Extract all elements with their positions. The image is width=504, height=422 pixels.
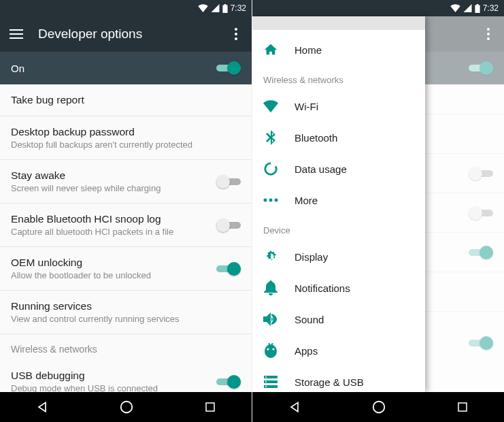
wifi-icon — [198, 4, 208, 12]
master-switch-bg — [469, 61, 493, 75]
battery-icon — [222, 4, 228, 13]
drawer-item-bluetooth[interactable]: Bluetooth — [252, 122, 425, 153]
svg-point-8 — [265, 344, 277, 358]
usb-debugging-switch[interactable] — [216, 375, 241, 389]
svg-rect-1 — [206, 403, 214, 411]
item-running-services[interactable]: Running services View and control curren… — [0, 291, 252, 334]
item-bt-hci-log[interactable]: Enable Bluetooth HCI snoop log Capture a… — [0, 204, 252, 247]
storage-icon — [263, 374, 278, 389]
nav-bar — [252, 392, 504, 422]
oem-unlock-switch[interactable] — [216, 262, 241, 276]
recents-icon[interactable] — [456, 401, 469, 413]
item-usb-debugging[interactable]: USB debugging Debug mode when USB is con… — [0, 360, 252, 392]
master-switch-row[interactable]: On — [0, 52, 252, 84]
menu-icon[interactable] — [10, 29, 23, 39]
svg-point-5 — [264, 199, 267, 202]
svg-point-18 — [265, 386, 267, 387]
data-usage-icon — [263, 161, 278, 176]
svg-point-17 — [265, 381, 267, 383]
svg-point-10 — [272, 348, 274, 350]
bell-icon — [263, 280, 278, 295]
sound-icon — [263, 312, 278, 327]
section-wireless: Wireless & networks — [0, 334, 252, 360]
overflow-icon[interactable] — [230, 28, 242, 40]
battery-icon — [475, 4, 480, 13]
nav-bar — [0, 392, 252, 422]
drawer-item-data-usage[interactable]: Data usage — [252, 153, 425, 184]
item-backup-password[interactable]: Desktop backup password Desktop full bac… — [0, 116, 252, 160]
drawer-item-storage[interactable]: Storage & USB — [252, 366, 425, 392]
wifi-icon — [450, 4, 460, 12]
home-icon[interactable] — [119, 400, 134, 415]
stay-awake-switch[interactable] — [216, 175, 241, 189]
recents-icon[interactable] — [204, 401, 216, 413]
drawer-menu: Home Wireless & networks Wi-Fi Bluetooth — [252, 30, 425, 392]
svg-point-7 — [275, 199, 278, 202]
drawer-item-more[interactable]: More — [252, 184, 425, 216]
phone-developer-options: 7:32 Developer options On Take bug repor… — [0, 0, 252, 422]
drawer-item-wifi[interactable]: Wi-Fi — [252, 91, 425, 122]
clock: 7:32 — [483, 3, 499, 13]
svg-point-16 — [265, 376, 267, 378]
wifi-icon — [263, 99, 278, 114]
settings-list: Take bug report Desktop backup password … — [0, 84, 252, 392]
home-icon — [263, 42, 278, 57]
page-title: Developer options — [38, 27, 215, 42]
drawer-item-notifications[interactable]: Notifications — [252, 272, 425, 304]
master-switch[interactable] — [216, 61, 241, 75]
more-icon — [263, 193, 278, 208]
nav-drawer: Home Wireless & networks Wi-Fi Bluetooth — [252, 16, 425, 392]
drawer-header-strip — [252, 16, 425, 30]
drawer-item-home[interactable]: Home — [252, 34, 425, 65]
status-bar: 7:32 — [0, 0, 252, 16]
phone-settings-drawer: 7:32 Home W — [252, 0, 504, 422]
back-icon[interactable] — [35, 400, 49, 414]
home-icon[interactable] — [371, 400, 386, 415]
apps-icon — [263, 343, 278, 358]
bluetooth-icon — [263, 130, 278, 145]
drawer-section-device: Device — [252, 216, 425, 241]
svg-point-6 — [269, 199, 273, 202]
status-bar: 7:32 — [252, 0, 504, 16]
item-stay-awake[interactable]: Stay awake Screen will never sleep while… — [0, 160, 252, 204]
drawer-item-apps[interactable]: Apps — [252, 335, 425, 366]
bt-hci-switch[interactable] — [216, 218, 241, 232]
drawer-section-wireless: Wireless & networks — [252, 65, 425, 91]
master-switch-label: On — [11, 63, 24, 74]
item-bug-report[interactable]: Take bug report — [0, 84, 252, 116]
svg-rect-3 — [458, 403, 467, 411]
display-icon — [263, 249, 278, 264]
signal-icon — [211, 4, 220, 12]
drawer-item-display[interactable]: Display — [252, 241, 425, 272]
item-oem-unlock[interactable]: OEM unlocking Allow the bootloader to be… — [0, 247, 252, 291]
svg-point-0 — [121, 402, 133, 413]
drawer-item-sound[interactable]: Sound — [252, 304, 425, 335]
back-icon[interactable] — [288, 400, 301, 414]
clock: 7:32 — [231, 3, 246, 13]
svg-point-9 — [267, 348, 269, 350]
app-bar: Developer options — [0, 16, 252, 52]
signal-icon — [463, 4, 472, 12]
overflow-icon — [482, 28, 494, 40]
svg-point-2 — [373, 402, 385, 413]
